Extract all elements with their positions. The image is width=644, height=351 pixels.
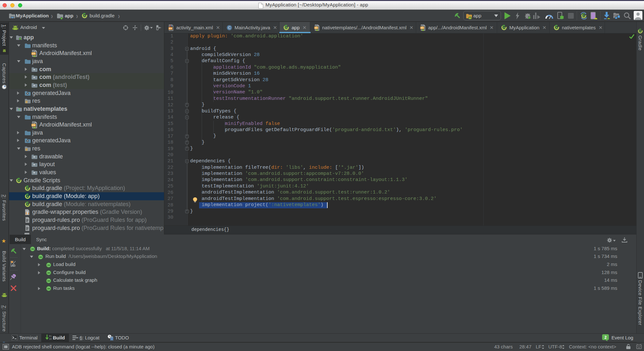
svg-text:2: 2	[604, 335, 607, 340]
svg-text:10: 10	[49, 338, 52, 340]
svg-text:01: 01	[49, 335, 52, 337]
